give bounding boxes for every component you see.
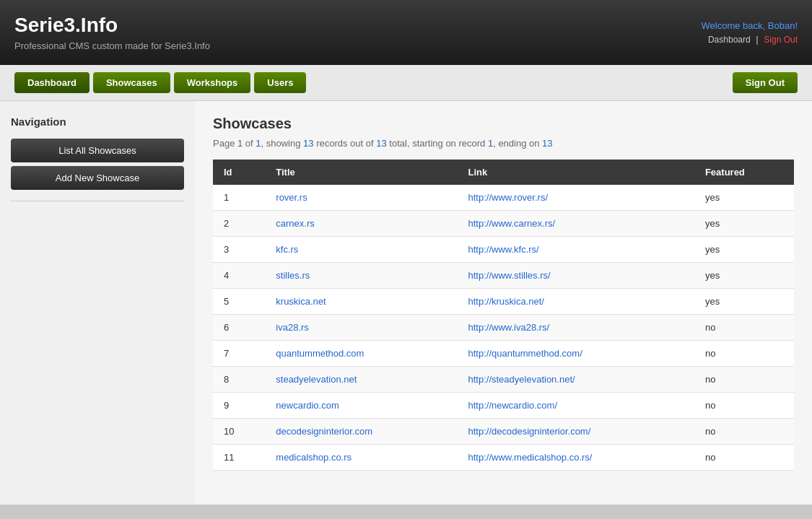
cell-title: kruskica.net [265, 289, 457, 315]
cell-featured: no [694, 367, 794, 393]
main-layout: Navigation List All Showcases Add New Sh… [0, 101, 812, 505]
cell-title: steadyelevation.net [265, 367, 457, 393]
title-link[interactable]: newcardio.com [276, 400, 339, 411]
total-pages: 1 [256, 138, 261, 149]
showcase-url[interactable]: http://steadyelevation.net/ [468, 374, 575, 385]
cell-featured: no [694, 341, 794, 367]
title-link[interactable]: steadyelevation.net [276, 374, 357, 385]
current-page: 1 [237, 138, 243, 149]
showcase-url[interactable]: http://newcardio.com/ [468, 400, 557, 411]
table-row: 5kruskica.nethttp://kruskica.net/yes [213, 289, 794, 315]
showcase-url[interactable]: http://quantummethod.com/ [468, 348, 582, 359]
cell-link: http://www.medicalshop.co.rs/ [457, 445, 694, 471]
cell-id: 4 [213, 263, 265, 289]
cell-featured: no [694, 445, 794, 471]
navbar: Dashboard Showcases Workshops Users Sign… [0, 65, 812, 101]
cell-id: 9 [213, 393, 265, 419]
cell-id: 8 [213, 367, 265, 393]
cell-link: http://www.carnex.rs/ [457, 211, 694, 237]
cell-title: stilles.rs [265, 263, 457, 289]
title-link[interactable]: kruskica.net [276, 296, 326, 307]
title-link[interactable]: iva28.rs [276, 322, 309, 333]
cell-link: http://www.iva28.rs/ [457, 315, 694, 341]
cell-title: kfc.rs [265, 237, 457, 263]
showcase-url[interactable]: http://www.stilles.rs/ [468, 270, 550, 281]
showcases-table: Id Title Link Featured 1rover.rshttp://w… [213, 160, 794, 471]
title-link[interactable]: medicalshop.co.rs [276, 452, 352, 463]
page-title: Showcases [213, 115, 794, 132]
showcase-url[interactable]: http://www.medicalshop.co.rs/ [468, 452, 592, 463]
cell-id: 5 [213, 289, 265, 315]
showcase-url[interactable]: http://decodesigninterior.com/ [468, 426, 590, 437]
cell-title: rover.rs [265, 185, 457, 211]
separator: | [756, 34, 758, 45]
showcase-url[interactable]: http://www.iva28.rs/ [468, 322, 549, 333]
welcome-prefix: Welcome back, [702, 20, 766, 31]
title-link[interactable]: rover.rs [276, 192, 307, 203]
header: Serie3.Info Professional CMS custom made… [0, 0, 812, 65]
cell-link: http://www.stilles.rs/ [457, 263, 694, 289]
cell-featured: yes [694, 263, 794, 289]
showcase-url[interactable]: http://www.carnex.rs/ [468, 218, 555, 229]
cell-link: http://newcardio.com/ [457, 393, 694, 419]
end-record: 13 [542, 138, 552, 149]
title-link[interactable]: decodesigninterior.com [276, 426, 372, 437]
nav-users-button[interactable]: Users [254, 72, 306, 93]
table-body: 1rover.rshttp://www.rover.rs/yes2carnex.… [213, 185, 794, 471]
cell-title: medicalshop.co.rs [265, 445, 457, 471]
title-link[interactable]: quantummethod.com [276, 348, 364, 359]
table-row: 1rover.rshttp://www.rover.rs/yes [213, 185, 794, 211]
nav-workshops-button[interactable]: Workshops [174, 72, 251, 93]
dashboard-link[interactable]: Dashboard [708, 35, 751, 45]
col-title: Title [265, 160, 457, 185]
site-title: Serie3.Info [14, 14, 210, 37]
cell-link: http://kruskica.net/ [457, 289, 694, 315]
cell-title: carnex.rs [265, 211, 457, 237]
cell-featured: yes [694, 185, 794, 211]
showcase-url[interactable]: http://www.rover.rs/ [468, 192, 548, 203]
table-row: 11medicalshop.co.rshttp://www.medicalsho… [213, 445, 794, 471]
total-records: 13 [376, 138, 386, 149]
cell-title: iva28.rs [265, 315, 457, 341]
showing-count: 13 [303, 138, 313, 149]
sidebar-divider [11, 201, 184, 201]
header-signout-link[interactable]: Sign Out [764, 35, 798, 45]
nav-showcases-button[interactable]: Showcases [93, 72, 170, 93]
header-links: Dashboard | Sign Out [702, 34, 798, 45]
navbar-signout-button[interactable]: Sign Out [733, 72, 798, 93]
cell-title: newcardio.com [265, 393, 457, 419]
showcase-url[interactable]: http://www.kfc.rs/ [468, 244, 538, 255]
cell-id: 3 [213, 237, 265, 263]
table-row: 7quantummethod.comhttp://quantummethod.c… [213, 341, 794, 367]
table-row: 9newcardio.comhttp://newcardio.com/no [213, 393, 794, 419]
pagination-info: Page 1 of 1, showing 13 records out of 1… [213, 138, 794, 149]
welcome-text: Welcome back, Boban! [702, 20, 798, 31]
nav-dashboard-button[interactable]: Dashboard [14, 72, 90, 93]
sidebar: Navigation List All Showcases Add New Sh… [0, 101, 195, 505]
cell-featured: no [694, 419, 794, 445]
cell-featured: yes [694, 211, 794, 237]
cell-link: http://www.kfc.rs/ [457, 237, 694, 263]
start-record: 1 [488, 138, 493, 149]
username: Boban! [768, 20, 798, 31]
col-featured: Featured [694, 160, 794, 185]
navbar-buttons: Dashboard Showcases Workshops Users [14, 72, 306, 93]
cell-featured: no [694, 393, 794, 419]
table-row: 4stilles.rshttp://www.stilles.rs/yes [213, 263, 794, 289]
title-link[interactable]: stilles.rs [276, 270, 310, 281]
cell-id: 7 [213, 341, 265, 367]
cell-title: quantummethod.com [265, 341, 457, 367]
table-row: 2carnex.rshttp://www.carnex.rs/yes [213, 211, 794, 237]
title-link[interactable]: carnex.rs [276, 218, 314, 229]
title-link[interactable]: kfc.rs [276, 244, 298, 255]
showcase-url[interactable]: http://kruskica.net/ [468, 296, 544, 307]
site-subtitle: Professional CMS custom made for Serie3.… [14, 40, 210, 51]
cell-id: 1 [213, 185, 265, 211]
cell-featured: yes [694, 289, 794, 315]
add-new-showcase-button[interactable]: Add New Showcase [11, 166, 184, 190]
cell-id: 2 [213, 211, 265, 237]
table-row: 6iva28.rshttp://www.iva28.rs/no [213, 315, 794, 341]
header-left: Serie3.Info Professional CMS custom made… [14, 14, 210, 51]
cell-featured: yes [694, 237, 794, 263]
list-all-showcases-button[interactable]: List All Showcases [11, 139, 184, 162]
